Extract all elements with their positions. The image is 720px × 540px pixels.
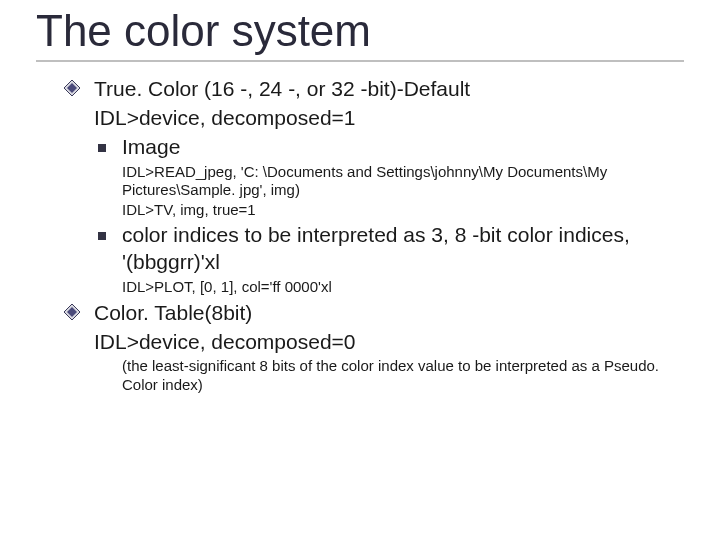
colortable-note: (the least-significant 8 bits of the col… bbox=[64, 357, 672, 395]
slide: The color system True. Color (16 -, 24 -… bbox=[0, 0, 720, 540]
image-code-line-1: IDL>READ_jpeg, 'C: \Documents and Settin… bbox=[64, 163, 672, 201]
title-underline bbox=[36, 60, 684, 62]
plot-code-line: IDL>PLOT, [0, 1], col='ff 0000'xl bbox=[64, 278, 672, 297]
bullet-image: Image bbox=[64, 134, 672, 161]
truecolor-device-line: IDL>device, decomposed=1 bbox=[64, 105, 672, 132]
diamond-bullet-icon bbox=[64, 80, 80, 96]
square-bullet-icon bbox=[98, 144, 106, 152]
square-bullet-icon bbox=[98, 232, 106, 240]
slide-content: True. Color (16 -, 24 -, or 32 -bit)-Def… bbox=[0, 76, 720, 395]
slide-title: The color system bbox=[0, 0, 720, 58]
image-code-line-2: IDL>TV, img, true=1 bbox=[64, 201, 672, 220]
color-indices-text: color indices to be interpreted as 3, 8 … bbox=[122, 223, 630, 273]
bullet-truecolor: True. Color (16 -, 24 -, or 32 -bit)-Def… bbox=[64, 76, 672, 103]
image-label: Image bbox=[122, 135, 180, 158]
colortable-heading: Color. Table(8bit) bbox=[94, 301, 252, 324]
bullet-colortable: Color. Table(8bit) bbox=[64, 300, 672, 327]
bullet-color-indices: color indices to be interpreted as 3, 8 … bbox=[64, 222, 672, 276]
colortable-device-line: IDL>device, decomposed=0 bbox=[64, 329, 672, 356]
truecolor-heading: True. Color (16 -, 24 -, or 32 -bit)-Def… bbox=[94, 77, 470, 100]
diamond-bullet-icon bbox=[64, 304, 80, 320]
